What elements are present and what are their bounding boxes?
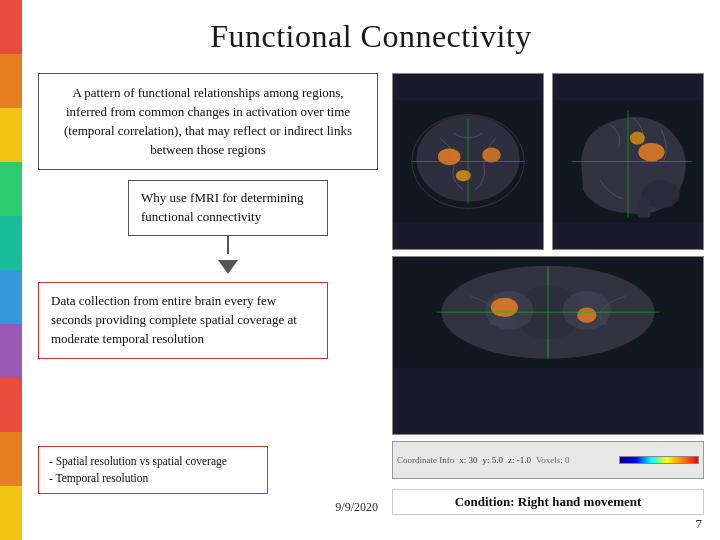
svg-point-22 — [577, 307, 596, 323]
data-collection-box: Data collection from entire brain every … — [38, 282, 328, 359]
svg-point-12 — [630, 132, 645, 145]
svg-point-3 — [438, 148, 461, 165]
arrow-line — [227, 236, 229, 254]
why-fmri-box: Why use fMRI for determining functional … — [128, 180, 328, 236]
svg-point-11 — [638, 143, 664, 162]
brain-images-top-row — [392, 73, 704, 250]
slide-title: Functional Connectivity — [38, 18, 704, 55]
svg-point-21 — [491, 298, 518, 317]
brain-scan-1 — [392, 73, 544, 250]
why-fmri-section: Why use fMRI for determining functional … — [78, 180, 378, 280]
brain-scan-2 — [552, 73, 704, 250]
left-color-bar — [0, 0, 22, 540]
right-column: Coordinate Info x: 30 y: 5.0 z: -1.0 Vox… — [392, 73, 704, 515]
date-label: 9/9/2020 — [335, 500, 378, 515]
svg-rect-10 — [637, 199, 650, 218]
spatial-line1: - Spatial resolution vs spatial coverage — [49, 453, 257, 470]
condition-label: Condition: Right hand movement — [392, 489, 704, 515]
main-content: Functional Connectivity A pattern of fun… — [22, 0, 720, 540]
left-column: A pattern of functional relationships am… — [38, 73, 378, 515]
definition-box: A pattern of functional relationships am… — [38, 73, 378, 170]
arrow-down — [218, 260, 238, 274]
software-toolbar: Coordinate Info x: 30 y: 5.0 z: -1.0 Vox… — [392, 441, 704, 479]
two-column-layout: A pattern of functional relationships am… — [38, 73, 704, 515]
spatial-resolution-box: - Spatial resolution vs spatial coverage… — [38, 446, 268, 495]
svg-point-5 — [456, 170, 471, 181]
svg-point-4 — [482, 147, 501, 162]
spatial-line2: - Temporal resolution — [49, 470, 257, 487]
page-number: 7 — [696, 516, 703, 532]
brain-scan-3 — [392, 256, 704, 435]
